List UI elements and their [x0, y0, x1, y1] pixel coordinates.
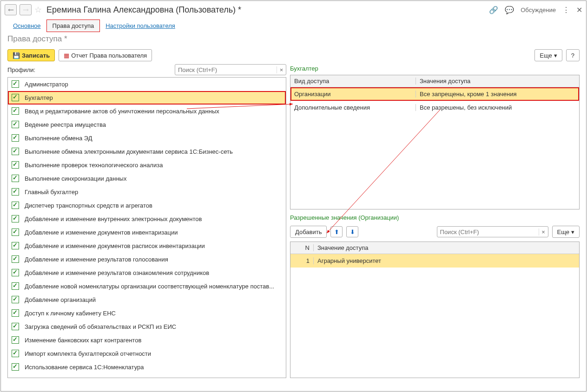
selected-profile-title: Бухгалтер — [290, 64, 580, 73]
kebab-icon[interactable]: ⋮ — [562, 6, 570, 14]
profile-row[interactable]: Добавление и изменение документов инвент… — [8, 226, 286, 239]
profile-row[interactable]: Загрузка сведений об обязательствах и РС… — [8, 320, 286, 333]
checkbox-icon[interactable] — [12, 255, 19, 263]
profile-row[interactable]: Импорт комплекта бухгалтерской отчетност… — [8, 347, 286, 360]
nav-fwd-button[interactable]: 🡒 — [20, 4, 32, 15]
profiles-label: Профили: — [7, 66, 35, 73]
chevron-down-icon: ▾ — [554, 52, 557, 59]
allowed-title: Разрешенные значения (Организации) — [290, 213, 580, 222]
profile-label: Ведение реестра имущества — [25, 121, 106, 128]
profile-label: Выполнение синхронизации данных — [25, 175, 126, 182]
profile-label: Доступ к личному кабинету ЕНС — [25, 310, 116, 317]
checkbox-icon[interactable] — [12, 134, 19, 142]
access-row[interactable]: Дополнительные сведенияВсе разрешены, бе… — [290, 101, 579, 114]
col-values: Значения доступа — [416, 78, 579, 85]
value-search[interactable]: × — [437, 226, 548, 237]
profile-row[interactable]: Изменение банковских карт контрагентов — [8, 333, 286, 347]
save-icon: 💾 — [13, 52, 20, 59]
profile-search-input[interactable] — [175, 66, 277, 73]
profile-row[interactable]: Добавление и изменение внутренних электр… — [8, 212, 286, 226]
profile-row[interactable]: Использование сервиса 1С:Номенклатура — [8, 360, 286, 374]
access-row[interactable]: ОрганизацииВсе запрещены, кроме 1 значен… — [290, 87, 579, 101]
checkbox-icon[interactable] — [12, 94, 19, 101]
profile-label: Загрузка сведений об обязательствах и РС… — [25, 323, 176, 330]
tab-main[interactable]: Основное — [7, 20, 46, 32]
checkbox-icon[interactable] — [12, 80, 19, 88]
checkbox-icon[interactable] — [12, 269, 19, 276]
profile-label: Добавление и изменение внутренних электр… — [25, 216, 202, 222]
checkbox-icon[interactable] — [12, 175, 19, 182]
checkbox-icon[interactable] — [12, 242, 19, 249]
profile-label: Выполнение обмена ЭД — [25, 135, 92, 142]
checkbox-icon[interactable] — [12, 309, 19, 317]
chevron-down-icon: ▾ — [571, 229, 574, 235]
more-button-1[interactable]: Еще▾ — [534, 49, 562, 61]
more-button-2[interactable]: Еще▾ — [552, 226, 580, 238]
checkbox-icon[interactable] — [12, 188, 19, 196]
profile-row[interactable]: Добавление новой номенклатуры организаци… — [8, 280, 286, 293]
checkbox-icon[interactable] — [12, 282, 19, 290]
profile-row[interactable]: Администратор — [8, 78, 286, 91]
value-search-input[interactable] — [437, 229, 539, 235]
access-grid[interactable]: Вид доступа Значения доступа Организации… — [290, 75, 580, 209]
profile-row[interactable]: Ведение реестра имущества — [8, 118, 286, 131]
profile-row[interactable]: Добавление организаций — [8, 293, 286, 307]
checkbox-icon[interactable] — [12, 229, 19, 236]
checkbox-icon[interactable] — [12, 161, 19, 169]
section-title: Права доступа * — [1, 32, 586, 46]
discuss-icon[interactable]: 💬 — [505, 6, 514, 14]
profile-row[interactable]: Ввод и редактирование актов об уничтожен… — [8, 105, 286, 118]
profile-search[interactable]: × — [175, 64, 286, 75]
profile-row[interactable]: Добавление и изменение результатов ознак… — [8, 266, 286, 280]
star-icon[interactable]: ☆ — [34, 5, 42, 15]
checkbox-icon[interactable] — [12, 121, 19, 128]
profile-list[interactable]: АдминистраторБухгалтерВвод и редактирова… — [8, 78, 286, 378]
profile-label: Администратор — [25, 81, 68, 88]
report-button[interactable]: ▦Отчет Права пользователя — [59, 49, 152, 61]
profile-row[interactable]: Бухгалтер — [8, 91, 286, 105]
profile-row[interactable]: Доступ к личному кабинету ЕНС — [8, 307, 286, 320]
checkbox-icon[interactable] — [12, 296, 19, 303]
col-n: N — [290, 244, 314, 251]
profile-row[interactable]: Выполнение синхронизации данных — [8, 172, 286, 185]
write-button[interactable]: 💾Записать — [7, 49, 55, 61]
profile-row[interactable]: Выполнение проверок технологического ана… — [8, 158, 286, 172]
checkbox-icon[interactable] — [12, 336, 19, 344]
value-row[interactable]: 1Аграрный университет — [290, 254, 579, 268]
profile-row[interactable]: Добавление и изменение документов распис… — [8, 239, 286, 253]
profile-label: Добавление и изменение результатов ознак… — [25, 269, 209, 276]
checkbox-icon[interactable] — [12, 215, 19, 222]
checkbox-icon[interactable] — [12, 148, 19, 155]
profile-row[interactable]: Добавление и изменение результатов голос… — [8, 253, 286, 266]
tab-rights[interactable]: Права доступа — [46, 20, 100, 32]
profile-row[interactable]: Диспетчер транспортных средств и агрегат… — [8, 199, 286, 212]
page-title: Еремина Галина Александровна (Пользовате… — [46, 5, 241, 15]
profile-label: Выполнение проверок технологического ана… — [25, 162, 163, 169]
link-icon[interactable]: 🔗 — [489, 6, 498, 14]
profile-label: Добавление и изменение документов распис… — [25, 242, 205, 249]
profile-row[interactable]: Выполнение обмена электронными документа… — [8, 145, 286, 158]
value-search-clear[interactable]: × — [539, 229, 548, 235]
profile-row[interactable]: Главный бухгалтер — [8, 185, 286, 199]
discuss-label[interactable]: Обсуждение — [521, 7, 556, 13]
checkbox-icon[interactable] — [12, 363, 19, 371]
profile-row[interactable]: Выполнение обмена ЭД — [8, 131, 286, 145]
checkbox-icon[interactable] — [12, 323, 19, 330]
profile-label: Добавление и изменение документов инвент… — [25, 229, 178, 236]
nav-back-button[interactable]: 🡐 — [5, 4, 17, 15]
move-up-button[interactable]: ⬆ — [330, 226, 343, 237]
col-kind: Вид доступа — [290, 78, 416, 85]
help-button[interactable]: ? — [566, 49, 580, 61]
close-icon[interactable]: ✕ — [576, 6, 582, 14]
checkbox-icon[interactable] — [12, 107, 19, 115]
move-down-button[interactable]: ⬇ — [346, 226, 358, 237]
profile-label: Добавление организаций — [25, 296, 96, 303]
add-button[interactable]: Добавить — [290, 226, 327, 238]
profile-label: Добавление и изменение результатов голос… — [25, 256, 168, 263]
checkbox-icon[interactable] — [12, 350, 19, 357]
checkbox-icon[interactable] — [12, 202, 19, 209]
profile-label: Импорт комплекта бухгалтерской отчетност… — [25, 350, 151, 357]
tab-settings[interactable]: Настройки пользователя — [100, 20, 181, 32]
search-clear-icon[interactable]: × — [277, 66, 286, 73]
values-grid[interactable]: N Значение доступа 1Аграрный университет — [290, 242, 580, 378]
